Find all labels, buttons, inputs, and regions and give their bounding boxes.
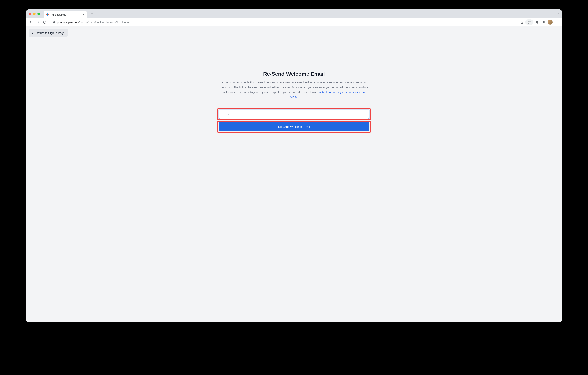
return-button-label: Return to Sign In Page <box>36 31 65 34</box>
back-button[interactable] <box>28 19 34 25</box>
side-panel-icon[interactable] <box>540 19 546 25</box>
close-window-button[interactable] <box>29 13 32 15</box>
return-to-signin-button[interactable]: Return to Sign In Page <box>29 29 68 37</box>
svg-marker-4 <box>528 21 531 23</box>
url-path: /access/users/confirmation/new?locale=en <box>79 21 129 24</box>
minimize-window-button[interactable] <box>33 13 36 15</box>
main-content: Re-Send Welcome Email When your account … <box>217 71 371 132</box>
url-domain: purchaseplus.com <box>57 21 79 24</box>
chevron-left-icon <box>31 31 34 34</box>
forward-button[interactable] <box>35 19 41 25</box>
tab-bar: PurchasePlus ✕ + <box>26 10 562 18</box>
close-tab-button[interactable]: ✕ <box>82 13 85 16</box>
extensions-icon[interactable] <box>534 19 540 25</box>
lock-icon <box>52 21 55 24</box>
new-tab-button[interactable]: + <box>89 11 95 17</box>
page-description: When your account is first created we se… <box>217 80 371 99</box>
svg-point-0 <box>47 14 48 15</box>
tabs-dropdown-button[interactable] <box>557 12 559 16</box>
resend-form: Re-Send Welcome Email <box>217 109 371 132</box>
browser-tab[interactable]: PurchasePlus ✕ <box>43 11 87 18</box>
menu-icon[interactable] <box>554 19 560 25</box>
tab-title: PurchasePlus <box>51 13 80 16</box>
window-controls <box>29 13 40 15</box>
profile-avatar[interactable] <box>548 20 553 25</box>
email-input[interactable] <box>219 110 369 119</box>
resend-welcome-email-button[interactable]: Re-Send Welcome Email <box>219 122 369 131</box>
email-highlight-box <box>217 109 371 120</box>
svg-point-7 <box>557 21 557 22</box>
svg-rect-5 <box>542 21 545 23</box>
maximize-window-button[interactable] <box>37 13 40 15</box>
address-bar[interactable]: purchaseplus.com/access/users/confirmati… <box>50 19 517 25</box>
browser-window: PurchasePlus ✕ + <box>26 10 562 322</box>
svg-point-8 <box>557 22 557 22</box>
submit-highlight-box: Re-Send Welcome Email <box>217 121 371 132</box>
favicon-icon <box>46 13 49 16</box>
svg-point-9 <box>557 23 557 23</box>
bookmark-star-icon[interactable] <box>526 19 532 25</box>
share-icon[interactable] <box>519 19 525 25</box>
browser-toolbar: purchaseplus.com/access/users/confirmati… <box>26 18 562 26</box>
page-title: Re-Send Welcome Email <box>217 71 371 77</box>
toolbar-actions <box>519 19 560 25</box>
page-content: Return to Sign In Page Re-Send Welcome E… <box>26 26 562 322</box>
reload-button[interactable] <box>42 19 48 25</box>
